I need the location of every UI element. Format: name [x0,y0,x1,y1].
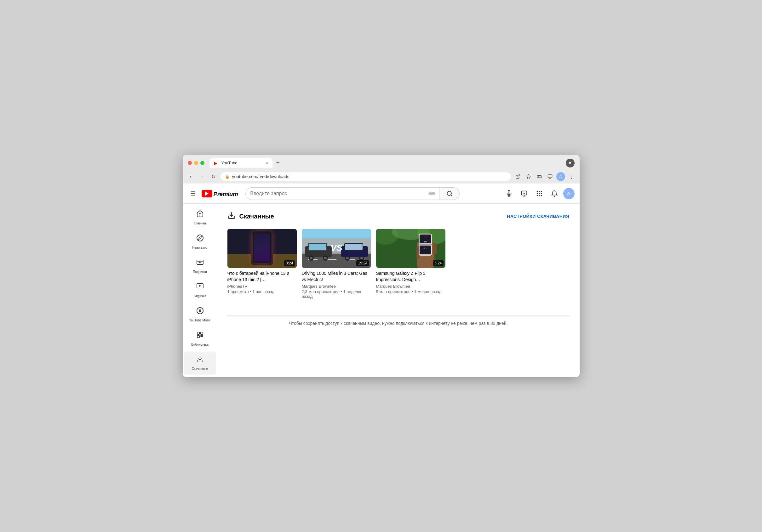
lock-icon: 🔒 [225,174,230,179]
extensions-icon[interactable] [535,172,544,181]
tab-title: YouTube [221,161,238,165]
traffic-lights [188,161,204,165]
yt-logo[interactable]: Premium RU [201,190,238,197]
user-avatar[interactable]: A [563,188,574,199]
sidebar-item-home[interactable]: Главная [184,206,216,229]
svg-rect-33 [197,332,199,334]
menu-button[interactable]: ☰ [188,188,198,200]
video-channel: Marques Brownlee [302,284,371,289]
notifications-button[interactable] [548,187,561,200]
yt-header: ☰ Premium RU ⌨ [183,183,579,204]
tab-close-button[interactable]: × [266,161,268,165]
svg-rect-48 [261,244,265,249]
bell-icon [551,190,558,197]
sidebar-item-label-downloads: Скачанные [192,367,208,371]
svg-rect-42 [253,233,271,263]
apps-icon [536,190,543,197]
bookmark-icon[interactable] [524,172,533,181]
svg-rect-60 [309,244,326,250]
video-info: Что с батареей на iPhone 13 и iPhone 13 … [227,268,297,294]
svg-rect-45 [261,238,265,243]
sidebar-item-subscriptions[interactable]: Подписки [184,255,216,278]
svg-text:VS: VS [331,243,343,253]
sidebar-item-originals[interactable]: Originals [184,279,216,302]
yt-sidebar: Главная Навигатор [183,204,217,377]
browser-titlebar: ▶ YouTube × + ▼ [183,155,579,170]
browser-controls: ▶ YouTube × + ▼ [188,158,574,168]
downloads-title: Скачанные [239,213,274,220]
video-card[interactable]: 0:24 Что с батареей на iPhone 13 и iPhon… [227,229,297,299]
compass-icon [196,234,204,244]
tab-favicon: ▶ [214,161,219,166]
svg-marker-11 [523,192,525,194]
divider [227,309,570,309]
music-icon [196,307,204,316]
svg-rect-3 [548,175,552,177]
sidebar-item-label-home: Главная [194,221,206,226]
downloads-settings-link[interactable]: НАСТРОЙКИ СКАЧИВАНИЯ [507,214,569,219]
forward-button[interactable]: › [198,172,207,181]
video-card[interactable]: VS 19:24 Driving 1000 Miles in 3 Cars: G… [302,229,371,299]
video-channel: Marques Brownlee [376,284,445,289]
svg-rect-50 [259,260,265,261]
new-tab-button[interactable]: + [274,158,282,168]
cast-icon[interactable] [546,172,555,181]
back-button[interactable]: ‹ [187,172,195,181]
video-duration: 19:24 [356,260,369,266]
search-icon [446,190,453,197]
video-meta: 1 просмотр • 1 час назад [227,289,297,294]
create-button[interactable] [518,187,530,200]
browser-profile-icon[interactable]: ▼ [566,159,574,167]
video-card[interactable]: 10 12 6:24 Samsung Galaxy Z Flip 3 Impre… [376,229,445,299]
yt-search-input[interactable] [250,191,428,196]
browser-user-avatar[interactable]: A [556,172,565,181]
video-channel: iPhonesTV [227,284,297,289]
svg-point-43 [253,239,271,258]
mic-button[interactable] [503,187,515,200]
svg-point-23 [197,235,203,241]
yt-search-bar: ⌨ [245,187,460,200]
svg-rect-15 [539,191,540,192]
svg-rect-19 [541,193,542,194]
subscriptions-icon [196,258,204,268]
browser-window: ▶ YouTube × + ▼ ‹ › ↻ 🔒 youtube.com/feed… [183,155,579,377]
yt-body: Главная Навигатор [183,204,579,377]
video-meta: 5 млн просмотров • 1 месяц назад [376,289,445,294]
maximize-window-button[interactable] [200,161,204,165]
active-tab[interactable]: ▶ YouTube × [209,158,272,168]
video-title: Samsung Galaxy Z Flip 3 Impressions: Des… [376,270,445,283]
minimize-window-button[interactable] [194,161,198,165]
svg-rect-17 [536,193,538,194]
close-window-button[interactable] [188,161,192,165]
create-icon [521,190,528,197]
address-bar[interactable]: 🔒 youtube.com/feed/downloads [220,172,511,181]
svg-point-64 [324,257,327,259]
sidebar-item-label-music: YouTube Music [189,318,210,322]
search-button[interactable] [439,187,460,200]
svg-rect-82 [419,244,432,245]
svg-rect-16 [541,191,542,192]
svg-marker-26 [199,261,201,263]
sidebar-item-label-subscriptions: Подписки [193,270,207,274]
svg-point-62 [310,257,313,259]
reload-button[interactable]: ↻ [209,172,218,181]
downloads-header: Скачанные НАСТРОЙКИ СКАЧИВАНИЯ [227,211,570,221]
mic-icon [505,190,512,197]
external-link-icon[interactable] [513,172,522,181]
svg-rect-79 [433,243,437,254]
sidebar-item-explore[interactable]: Навигатор [184,231,216,253]
video-duration: 0:24 [284,260,294,266]
more-menu-icon[interactable]: ⋮ [567,172,576,181]
sidebar-item-library[interactable]: Библиотека [184,327,216,350]
svg-rect-84 [419,245,431,254]
video-thumbnail: 10 12 6:24 [376,229,445,268]
video-info: Driving 1000 Miles in 3 Cars: Gas vs Ele… [302,268,371,299]
apps-button[interactable] [533,187,546,200]
svg-rect-67 [345,244,362,250]
sidebar-item-music[interactable]: YouTube Music [184,303,216,326]
svg-rect-21 [539,195,540,196]
sidebar-item-downloads[interactable]: Скачанные [184,352,216,374]
yt-search-input-wrap[interactable]: ⌨ [245,187,439,200]
svg-rect-20 [536,195,538,196]
video-duration: 6:24 [433,260,443,266]
